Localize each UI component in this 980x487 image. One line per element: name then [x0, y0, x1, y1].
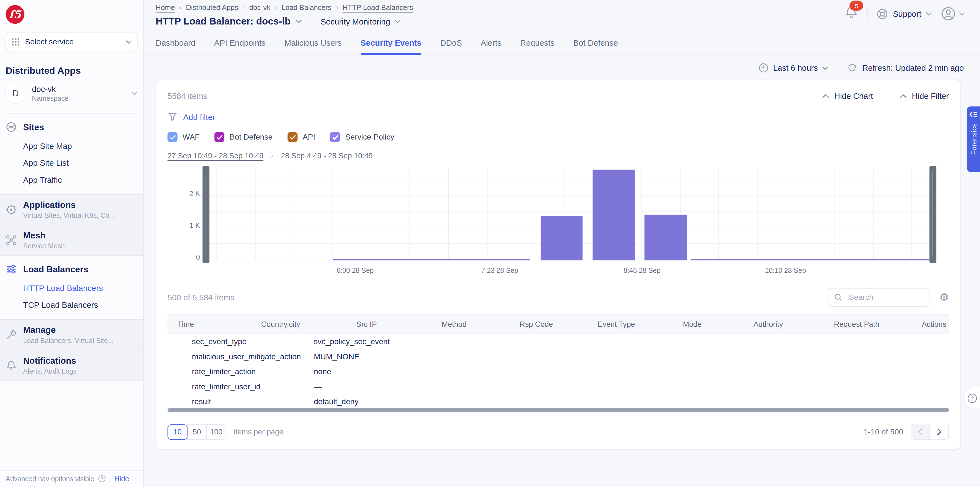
sidebar-section-items: App Site MapApp Site ListApp Traffic [0, 137, 143, 195]
breadcrumb-item[interactable]: Home [156, 4, 175, 11]
time-window-row: 27 Sep 10:49 - 28 Sep 10:49 › 28 Sep 4:4… [167, 152, 949, 160]
tab-bot-defense[interactable]: Bot Defense [573, 38, 618, 54]
x-axis-tick-label: 10:10 28 Sep [765, 267, 806, 274]
column-header-event-type[interactable]: Event Type [576, 320, 656, 329]
table-row[interactable]: rate_limiter_actionnone [167, 364, 949, 379]
add-filter-button[interactable]: Add filter [167, 112, 949, 122]
column-header-time[interactable]: Time [178, 320, 240, 329]
table-settings-gear-icon[interactable]: ⚙ [939, 292, 949, 303]
breadcrumb-item[interactable]: doc-vk [250, 4, 270, 11]
tab-security-events[interactable]: Security Events [361, 38, 422, 54]
support-menu[interactable]: Support [877, 8, 932, 19]
filter-checkbox-service-policy[interactable]: Service Policy [330, 132, 394, 142]
tab-requests[interactable]: Requests [520, 38, 555, 54]
column-header-src-ip[interactable]: Src IP [321, 320, 412, 329]
hide-advanced-nav-link[interactable]: Hide [115, 475, 129, 482]
sidebar-section-notifications[interactable]: NotificationsAlerts, Audit Logs [0, 350, 143, 381]
user-menu[interactable] [941, 6, 965, 21]
previous-page-button[interactable] [911, 424, 930, 439]
sidebar-item-tcp-load-balancers[interactable]: TCP Load Balancers [0, 297, 143, 313]
chart-bar[interactable] [644, 215, 687, 260]
horizontal-scrollbar[interactable] [167, 408, 949, 412]
breadcrumb-item[interactable]: HTTP Load Balancers [343, 4, 413, 11]
tab-malicious-users[interactable]: Malicious Users [284, 38, 342, 54]
wrench-icon [5, 325, 17, 344]
search-input[interactable] [848, 292, 923, 302]
next-page-button[interactable] [930, 424, 948, 439]
items-per-page-label: items per page [234, 428, 864, 436]
namespace-selector[interactable]: D doc-vk Namespace [5, 83, 137, 114]
pagination-bar: 1050100 items per page 1-10 of 500 [167, 424, 949, 440]
breadcrumb-item[interactable]: Load Balancers [282, 4, 332, 11]
sidebar-section-manage[interactable]: ManageLoad Balancers, Virtual Site... [0, 319, 143, 350]
forensics-panel-tab[interactable]: Forensics [967, 106, 980, 172]
events-bar-chart: 01 K2 K6:00 28 Sep7:23 28 Sep8:46 28 Sep… [167, 166, 949, 279]
lifebuoy-icon [877, 8, 888, 19]
sidebar-item-app-site-list[interactable]: App Site List [0, 155, 143, 171]
chart-bar[interactable] [540, 216, 583, 260]
notifications-bell-button[interactable]: 5 [845, 5, 859, 22]
column-header-mode[interactable]: Mode [656, 320, 728, 329]
sidebar-section-text: MeshService Mesh [23, 230, 65, 250]
select-service-dropdown[interactable]: Select service [5, 32, 137, 51]
sidebar-section-items: HTTP Load BalancersTCP Load Balancers [0, 279, 143, 320]
filter-checkbox-api[interactable]: API [288, 132, 315, 142]
column-header-method[interactable]: Method [412, 320, 496, 329]
view-selector[interactable]: Security Monitoring [321, 16, 401, 26]
chart-gridline [255, 168, 256, 260]
sidebar-section-applications[interactable]: ApplicationsVirtual Sites, Virtual K8s, … [0, 194, 143, 225]
f5-logo: f5 [5, 5, 24, 24]
table-row[interactable]: rate_limiter_user_id— [167, 379, 949, 394]
chart-gridline [641, 168, 642, 260]
sidebar-item-app-site-map[interactable]: App Site Map [0, 138, 143, 155]
column-header-country-city[interactable]: Country,city [240, 320, 321, 329]
page-size-10[interactable]: 10 [167, 424, 188, 440]
tab-bar: DashboardAPI EndpointsMalicious UsersSec… [144, 27, 980, 55]
chevron-down-icon [395, 19, 401, 23]
sidebar-item-app-traffic[interactable]: App Traffic [0, 171, 143, 188]
sidebar-item-http-load-balancers[interactable]: HTTP Load Balancers [0, 280, 143, 297]
table-row[interactable]: resultdefault_deny [167, 394, 949, 407]
sidebar-section-mesh[interactable]: MeshService Mesh [0, 225, 143, 256]
advanced-nav-label: Advanced nav options visible [5, 475, 94, 482]
column-header-request-path[interactable]: Request Path [808, 320, 905, 329]
time-range-dropdown[interactable]: Last 6 hours [758, 62, 829, 73]
table-row[interactable]: sec_event_typesvc_policy_sec_event [167, 334, 949, 349]
chart-baseline-bar[interactable] [690, 259, 929, 260]
sidebar-footer: Advanced nav options visible ? Hide [0, 470, 143, 487]
filter-checkbox-bot-defense[interactable]: Bot Defense [215, 132, 272, 142]
breadcrumb-separator: › [336, 4, 338, 11]
chart-brush-handle-left[interactable] [203, 166, 210, 263]
column-header-actions[interactable]: Actions [905, 320, 949, 329]
chart-gridline [371, 168, 371, 260]
hide-chart-button[interactable]: Hide Chart [822, 91, 873, 101]
column-header-rsp-code[interactable]: Rsp Code [496, 320, 576, 329]
filter-checkbox-waf[interactable]: WAF [167, 132, 200, 142]
tab-dashboard[interactable]: Dashboard [156, 38, 196, 54]
tab-ddos[interactable]: DDoS [440, 38, 462, 54]
column-header-authority[interactable]: Authority [728, 320, 808, 329]
breadcrumb-item[interactable]: Distributed Apps [186, 4, 238, 11]
chevron-down-icon[interactable] [296, 19, 302, 23]
sidebar-section-sites[interactable]: Sites [0, 114, 143, 137]
tab-api-endpoints[interactable]: API Endpoints [214, 38, 266, 54]
tab-alerts[interactable]: Alerts [480, 38, 501, 54]
row-key: rate_limiter_action [192, 367, 314, 376]
row-value: — [314, 382, 949, 391]
namespace-name: doc-vk [32, 85, 125, 94]
refresh-button[interactable]: Refresh: Updated 2 min ago [847, 62, 964, 73]
chart-brush-handle-right[interactable] [929, 166, 936, 263]
page-title: HTTP Load Balancer: docs-lb [156, 16, 291, 27]
chart-baseline-bar[interactable] [333, 259, 530, 260]
hide-filter-button[interactable]: Hide Filter [899, 91, 949, 101]
time-controls: Last 6 hours Refresh: Updated 2 min ago [144, 55, 980, 80]
table-row[interactable]: malicious_user_mitigate_actionMUM_NONE [167, 349, 949, 364]
full-time-window-link[interactable]: 27 Sep 10:49 - 28 Sep 10:49 [167, 152, 263, 160]
chart-gridline [294, 168, 294, 260]
breadcrumb-separator: › [242, 4, 245, 11]
sidebar-section-load-balancers[interactable]: Load Balancers [0, 256, 143, 279]
page-size-100[interactable]: 100 [206, 424, 226, 440]
y-axis-tick-label: 2 K [189, 190, 200, 197]
chart-bar[interactable] [593, 169, 635, 260]
page-size-50[interactable]: 50 [187, 424, 207, 440]
